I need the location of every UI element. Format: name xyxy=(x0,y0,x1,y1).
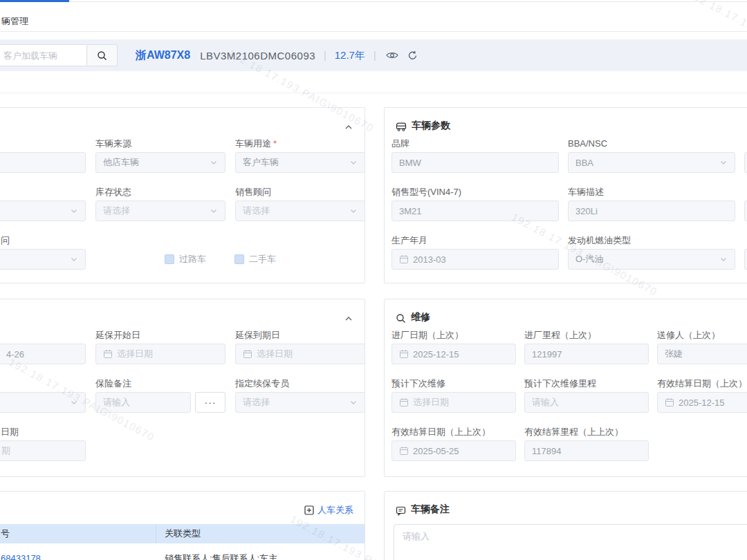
panel-title: 车辆参数 xyxy=(412,120,450,132)
field-last-entry-mileage: 进厂里程（上次） 121997 xyxy=(524,329,649,364)
content-divider xyxy=(0,93,747,93)
table-header-relation-type: 关联类型 xyxy=(156,528,365,540)
chevron-down-icon xyxy=(349,207,358,215)
plus-square-icon xyxy=(304,505,314,515)
stock-status-select[interactable]: 请选择 xyxy=(95,200,225,221)
settlement-date-prev-input[interactable]: 2025-05-25 xyxy=(391,440,516,461)
calendar-icon xyxy=(399,398,409,407)
cut-input[interactable] xyxy=(744,152,747,173)
cut-input[interactable] xyxy=(0,152,86,173)
checkbox-group: 过路车 二手车 xyxy=(165,249,304,270)
chevron-down-icon xyxy=(719,158,728,167)
field-last-sender: 送修人（上次） 张婕 xyxy=(657,329,747,364)
field-vehicle-description: 车辆描述 320Li xyxy=(568,186,735,221)
field-cut-right xyxy=(744,234,747,270)
field-production-date: 生产年月 2013-03 xyxy=(391,234,559,270)
cut-select[interactable] xyxy=(0,200,86,221)
last-sender-input[interactable]: 张婕 xyxy=(657,344,747,364)
cut-input[interactable] xyxy=(744,200,747,221)
fuel-type-select[interactable]: O-汽油 xyxy=(568,249,735,270)
field-cut-left xyxy=(0,377,86,413)
collapse-chevron-up-icon[interactable] xyxy=(344,122,353,132)
settlement-mileage-prev-input[interactable]: 117894 xyxy=(524,440,649,461)
collapse-chevron-up-icon[interactable] xyxy=(344,314,353,324)
field-cut-date-bottom: 日期 期 xyxy=(0,426,86,461)
cut-select[interactable] xyxy=(0,392,86,413)
field-bba-nsc: BBA/NSC BBA xyxy=(568,138,735,173)
bba-nsc-select[interactable]: BBA xyxy=(568,152,735,173)
eye-icon[interactable] xyxy=(385,48,400,63)
chevron-down-icon xyxy=(70,207,78,215)
field-cut-right xyxy=(744,138,747,173)
panel-vehicle-params: 车辆参数 品牌 BMW BBA/NSC BBA xyxy=(384,107,747,283)
panel-title: 维修 xyxy=(411,311,430,324)
chevron-down-icon xyxy=(349,158,358,167)
settlement-date-last-input[interactable]: 2025-12-15 xyxy=(657,392,747,413)
table-header-phone: 号 xyxy=(0,524,156,543)
active-tab-indicator xyxy=(0,0,69,2)
next-repair-datepicker[interactable]: 选择日期 xyxy=(391,392,516,413)
cut-datepicker[interactable]: 期 xyxy=(0,440,86,461)
cut-select[interactable] xyxy=(0,249,86,270)
field-settlement-mileage-prev: 有效结算里程（上上次） 117894 xyxy=(524,426,649,461)
panel-title: 车辆备注 xyxy=(411,503,450,516)
license-plate: 浙AW87X8 xyxy=(136,48,190,63)
panel-basic-info: 车辆来源 他店车辆 车辆用途* 客户车辆 xyxy=(0,107,365,283)
field-brand: 品牌 BMW xyxy=(391,138,559,173)
warranty-start-datepicker[interactable]: 选择日期 xyxy=(95,344,225,364)
search-button[interactable] xyxy=(87,44,118,66)
field-vehicle-source: 车辆来源 他店车辆 xyxy=(95,138,225,173)
sales-advisor-select[interactable]: 请选择 xyxy=(235,200,365,221)
field-settlement-date-last: 有效结算日期（上次） 2025-12-15 xyxy=(657,377,747,413)
checkbox-pass-through-car[interactable]: 过路车 xyxy=(165,253,206,265)
calendar-icon xyxy=(243,349,252,359)
warranty-end-datepicker[interactable]: 选择日期 xyxy=(235,344,365,364)
vehicle-summary: 浙AW87X8 LBV3M2106DMC06093 | 12.7年 | xyxy=(136,48,421,63)
separator: | xyxy=(324,50,326,61)
search-icon xyxy=(97,50,107,61)
search-input[interactable] xyxy=(0,44,87,66)
field-renewal-specialist: 指定续保专员 请选择 xyxy=(235,377,365,413)
phone-link[interactable]: 68433178 xyxy=(1,553,41,560)
vehicle-age: 12.7年 xyxy=(335,49,365,62)
more-button[interactable]: ··· xyxy=(195,392,225,413)
field-sales-advisor: 销售顾问 请选择 xyxy=(235,186,365,221)
sales-model-input[interactable]: 3M21 xyxy=(391,200,559,221)
calendar-icon xyxy=(399,254,409,264)
calendar-icon xyxy=(103,349,113,359)
breadcrumb: 辆管理 xyxy=(1,15,28,28)
field-cut-left xyxy=(0,138,86,173)
field-warranty-end: 延保到期日 选择日期 xyxy=(235,329,365,364)
vehicle-usage-select[interactable]: 客户车辆 xyxy=(235,152,365,173)
brand-input[interactable]: BMW xyxy=(391,152,559,173)
production-date-input[interactable]: 2013-03 xyxy=(391,249,559,270)
vehicle-description-input[interactable]: 320Li xyxy=(568,200,735,221)
relation-type-cell: 销售联系人;售后联系人;车主 xyxy=(156,552,365,560)
last-entry-mileage-input[interactable]: 121997 xyxy=(524,344,649,364)
last-entry-date-input[interactable]: 2025-12-15 xyxy=(391,344,516,364)
add-relation-link[interactable]: 人车关系 xyxy=(304,504,353,516)
field-insurance-note: 保险备注 请输入 ··· xyxy=(95,377,225,413)
relations-table: 号 关联类型 68433178 销售联系人;售后联系人;车主 xyxy=(0,524,365,560)
renewal-specialist-select[interactable]: 请选择 xyxy=(235,392,365,413)
breadcrumb-bar: 辆管理 xyxy=(0,2,747,32)
calendar-icon xyxy=(399,446,409,456)
checkbox-used-car[interactable]: 二手车 xyxy=(234,253,276,265)
vehicle-source-select[interactable]: 他店车辆 xyxy=(95,152,225,173)
field-cut-right xyxy=(744,186,747,221)
cut-input[interactable] xyxy=(744,249,747,270)
vehicle-management-screen: 辆管理 浙AW87X8 LBV3M2106DMC06093 | 12.7年 | xyxy=(0,0,747,560)
chevron-down-icon xyxy=(210,207,218,215)
vehicle-icon xyxy=(396,122,407,132)
field-stock-status: 库存状态 请选择 xyxy=(95,186,225,221)
field-fuel-type: 发动机燃油类型 O-汽油 xyxy=(568,234,735,270)
chevron-down-icon xyxy=(70,398,78,407)
panel-person-vehicle-relations: 人车关系 号 关联类型 68433178 销售联系人;售后联系人;车主 xyxy=(0,491,365,560)
vehicle-remarks-textarea[interactable] xyxy=(394,524,747,560)
chevron-down-icon xyxy=(210,158,218,167)
cut-date-input[interactable]: 4-26 xyxy=(0,344,86,364)
next-repair-mileage-input[interactable]: 请输入 xyxy=(524,392,649,413)
refresh-icon[interactable] xyxy=(405,48,421,63)
insurance-note-input[interactable]: 请输入 xyxy=(95,392,191,413)
field-next-repair-mileage: 预计下次维修里程 请输入 xyxy=(524,377,649,413)
